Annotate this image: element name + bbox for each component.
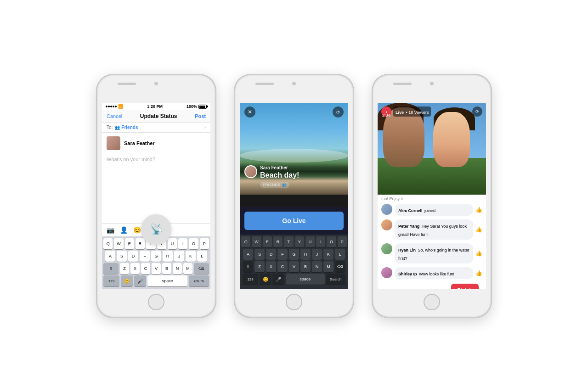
p2-username: Sara Feather <box>260 165 299 170</box>
keyboard-2-row-1: Q W E R T Y U I O P <box>241 236 347 247</box>
keyboard-row-2: A S D F G H J K L <box>103 251 209 262</box>
p2-key-b[interactable]: B <box>300 261 311 272</box>
key-return[interactable]: return <box>189 275 209 286</box>
p2-key-emoji[interactable]: 😊 <box>260 274 271 285</box>
home-button-1[interactable] <box>148 294 164 310</box>
key-shift[interactable]: ⇧ <box>103 263 119 274</box>
chevron-right-icon: › <box>204 125 206 130</box>
audience-selector[interactable]: To: 👥 Friends › <box>102 123 210 133</box>
p2-key-s[interactable]: S <box>254 249 265 260</box>
go-live-button[interactable]: 📡 <box>141 214 171 245</box>
p2-key-m[interactable]: M <box>323 261 334 272</box>
p2-key-u[interactable]: U <box>305 236 315 247</box>
p2-key-shift[interactable]: ⇧ <box>243 261 253 272</box>
key-s[interactable]: S <box>117 251 127 262</box>
key-l[interactable]: L <box>197 251 207 262</box>
key-z[interactable]: Z <box>120 263 129 274</box>
p2-key-w[interactable]: W <box>252 236 261 247</box>
key-g[interactable]: G <box>151 251 161 262</box>
key-m[interactable]: M <box>183 263 192 274</box>
key-space[interactable]: space <box>147 275 187 286</box>
p2-key-y[interactable]: Y <box>295 236 304 247</box>
p2-key-f[interactable]: F <box>277 249 288 260</box>
p3-flip-camera-button[interactable]: ⟳ <box>472 106 482 117</box>
key-d[interactable]: D <box>128 251 138 262</box>
comment-like-icon[interactable]: 👍 <box>475 207 482 213</box>
close-button[interactable]: ✕ <box>244 106 255 118</box>
p2-key-z[interactable]: Z <box>254 261 265 272</box>
cancel-button[interactable]: Cancel <box>107 113 122 119</box>
p2-key-a[interactable]: A <box>243 249 253 260</box>
key-o[interactable]: O <box>189 238 198 249</box>
comment-avatar <box>381 204 392 215</box>
p2-key-delete[interactable]: ⌫ <box>335 261 345 272</box>
p2-key-k[interactable]: K <box>323 249 334 260</box>
home-button-3[interactable] <box>424 294 440 310</box>
comment-avatar <box>381 219 392 230</box>
key-f[interactable]: F <box>140 251 150 262</box>
compose-placeholder: What's on your mind? <box>107 157 155 162</box>
p2-key-e[interactable]: E <box>263 236 272 247</box>
p2-key-g[interactable]: G <box>289 249 299 260</box>
key-c[interactable]: C <box>141 263 150 274</box>
key-b[interactable]: B <box>162 263 171 274</box>
finish-button[interactable]: Finish <box>451 284 479 289</box>
key-v[interactable]: V <box>152 263 161 274</box>
p2-key-q[interactable]: Q <box>241 236 250 247</box>
comment-like-icon[interactable]: 👍 <box>475 226 482 233</box>
p2-key-t[interactable]: T <box>284 236 293 247</box>
time-display: 1:20 PM <box>147 104 163 109</box>
key-a[interactable]: A <box>105 251 115 262</box>
compose-input[interactable]: What's on your mind? <box>102 154 210 223</box>
partial-comment: fun! Enjoy it. <box>378 196 486 202</box>
key-u[interactable]: U <box>168 238 177 249</box>
comment-like-icon[interactable]: 👍 <box>475 250 482 257</box>
p2-key-l[interactable]: L <box>335 249 345 260</box>
p2-key-v[interactable]: V <box>289 261 299 272</box>
p2-key-mic[interactable]: 🎤 <box>272 274 284 285</box>
go-live-button[interactable]: Go Live <box>244 212 344 230</box>
key-j[interactable]: J <box>174 251 184 262</box>
p2-key-search[interactable]: Search <box>326 274 345 285</box>
p2-key-n[interactable]: N <box>312 261 322 272</box>
p2-key-space[interactable]: space <box>286 274 325 285</box>
p2-key-j[interactable]: J <box>312 249 322 260</box>
key-w[interactable]: W <box>114 238 123 249</box>
key-n[interactable]: N <box>173 263 182 274</box>
key-k[interactable]: K <box>186 251 196 262</box>
tag-people-icon[interactable]: 👤 <box>120 226 128 234</box>
p2-key-o[interactable]: O <box>327 236 336 247</box>
key-h[interactable]: H <box>163 251 173 262</box>
comment-row: Peter Yang Hey Sara! You guys look great… <box>378 218 486 241</box>
p2-key-r[interactable]: R <box>273 236 283 247</box>
p2-key-p[interactable]: P <box>338 236 347 247</box>
p2-key-h[interactable]: H <box>300 249 311 260</box>
camera-icon[interactable]: 📷 <box>107 226 114 234</box>
flip-camera-button[interactable]: ⟳ <box>333 106 344 118</box>
p2-key-x[interactable]: X <box>266 261 276 272</box>
p2-key-i[interactable]: I <box>316 236 325 247</box>
comment-bubble: Alex Cornell joined. <box>395 204 473 216</box>
key-q[interactable]: Q <box>103 238 113 249</box>
p2-key-c[interactable]: C <box>277 261 288 272</box>
post-button[interactable]: Post <box>195 113 206 119</box>
p2-key-123[interactable]: 123 <box>243 274 258 285</box>
key-i[interactable]: I <box>178 238 187 249</box>
selfie-image <box>378 103 486 195</box>
key-delete[interactable]: ⌫ <box>194 263 209 274</box>
home-button-2[interactable] <box>286 294 302 310</box>
key-123[interactable]: 123 <box>103 275 119 286</box>
face-1 <box>433 112 470 167</box>
key-p[interactable]: P <box>200 238 209 249</box>
key-mic[interactable]: 🎤 <box>134 275 146 286</box>
emoji-icon[interactable]: 😊 <box>133 226 141 234</box>
comments-list: Alex Cornell joined. 👍 Peter Yang Hey Sa… <box>378 202 486 281</box>
key-r[interactable]: R <box>136 238 145 249</box>
comment-avatar <box>381 243 392 254</box>
comment-like-icon[interactable]: 👍 <box>475 270 482 276</box>
key-emoji[interactable]: 😊 <box>121 275 133 286</box>
key-x[interactable]: X <box>130 263 140 274</box>
phone-3-screen: ● Live • 18 Viewers 2:34 ⟳ fun! Enjoy it… <box>378 103 486 289</box>
key-e[interactable]: E <box>125 238 134 249</box>
p2-key-d[interactable]: D <box>266 249 276 260</box>
